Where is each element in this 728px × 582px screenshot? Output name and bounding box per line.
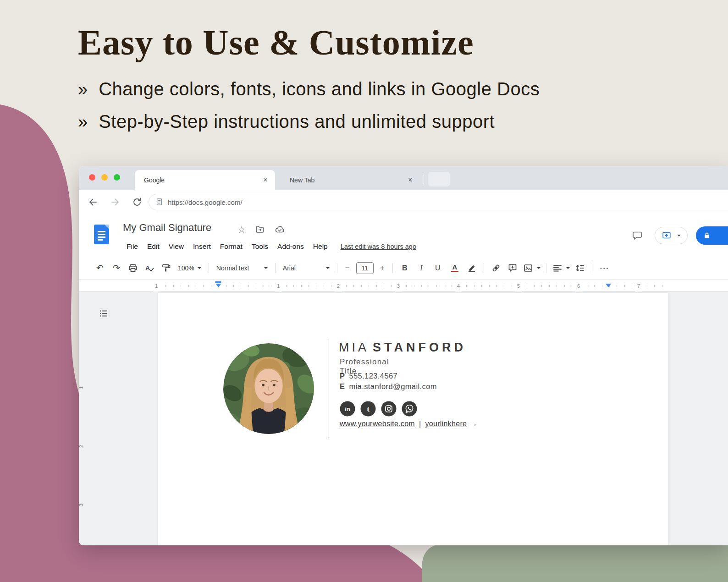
lock-icon bbox=[702, 231, 712, 241]
reload-icon bbox=[132, 197, 143, 208]
hero-bullet-1: » Change colors, fonts, icons and links … bbox=[78, 79, 540, 99]
window-zoom-button[interactable] bbox=[114, 174, 120, 181]
more-options-button[interactable]: ⋯ bbox=[596, 260, 612, 276]
italic-button[interactable]: I bbox=[413, 260, 430, 276]
ruler-number: 3 bbox=[395, 280, 402, 291]
menu-addons[interactable]: Add-ons bbox=[273, 241, 309, 252]
menu-tools[interactable]: Tools bbox=[247, 241, 273, 252]
instagram-icon[interactable] bbox=[381, 401, 397, 417]
dropdown-caret-icon bbox=[198, 267, 201, 269]
signature-email: Emia.stanford@gmail.com bbox=[340, 382, 437, 391]
window-minimize-button[interactable] bbox=[101, 174, 108, 181]
document-title[interactable]: My Gmail Signature bbox=[123, 222, 211, 234]
dropdown-caret-icon bbox=[677, 235, 681, 236]
comment-bubble-icon bbox=[632, 230, 643, 241]
tumblr-icon[interactable]: t bbox=[360, 401, 376, 417]
cloud-saved-icon[interactable] bbox=[274, 224, 285, 235]
google-docs-icon[interactable] bbox=[94, 225, 109, 244]
spellcheck-button[interactable]: A bbox=[141, 260, 158, 276]
horizontal-ruler[interactable]: 1 1 2 3 4 5 6 7 bbox=[79, 280, 728, 291]
font-family-select[interactable]: Arial bbox=[279, 260, 333, 276]
move-folder-icon[interactable] bbox=[255, 225, 265, 235]
menu-edit[interactable]: Edit bbox=[143, 241, 164, 252]
back-button[interactable] bbox=[87, 196, 99, 208]
present-button[interactable] bbox=[655, 227, 688, 244]
image-icon bbox=[523, 263, 534, 274]
more-icon: ⋯ bbox=[600, 264, 609, 273]
menu-view[interactable]: View bbox=[164, 241, 188, 252]
ruler-number: 1 bbox=[153, 280, 160, 291]
open-comments-button[interactable] bbox=[628, 226, 646, 245]
arrow-icon: → bbox=[470, 420, 477, 428]
last-edit-link[interactable]: Last edit was 8 hours ago bbox=[341, 243, 416, 250]
paragraph-style-value: Normal text bbox=[216, 264, 249, 272]
tab-close-icon[interactable]: × bbox=[263, 176, 268, 185]
tab-close-icon[interactable]: × bbox=[408, 176, 413, 185]
highlight-button[interactable] bbox=[463, 260, 480, 276]
menu-format[interactable]: Format bbox=[215, 241, 247, 252]
linkedin-icon[interactable]: in bbox=[340, 401, 355, 417]
right-indent-marker[interactable] bbox=[606, 284, 611, 287]
menu-file[interactable]: File bbox=[122, 241, 143, 252]
address-bar[interactable]: https://docs.google.com/ bbox=[149, 194, 728, 210]
website-link[interactable]: www.yourwebsite.com bbox=[340, 420, 415, 428]
tab-label: New Tab bbox=[290, 176, 408, 184]
window-close-button[interactable] bbox=[89, 174, 95, 181]
your-link[interactable]: yourlinkhere bbox=[425, 420, 467, 428]
redo-button[interactable]: ↷ bbox=[108, 260, 125, 276]
link-icon bbox=[491, 263, 502, 274]
present-icon bbox=[662, 231, 672, 241]
ruler-ticks bbox=[158, 285, 669, 287]
font-size-input[interactable]: 11 bbox=[356, 262, 374, 274]
tab-label: Google bbox=[144, 176, 263, 184]
insert-link-button[interactable] bbox=[488, 260, 504, 276]
ruler-number: 7 bbox=[635, 280, 642, 291]
phone-label: P bbox=[340, 372, 345, 380]
paint-format-button[interactable] bbox=[158, 260, 174, 276]
signature-name: MIASTANFORD bbox=[339, 340, 466, 355]
ruler-number: 2 bbox=[335, 280, 342, 291]
share-button[interactable] bbox=[696, 226, 728, 245]
whatsapp-icon[interactable] bbox=[402, 401, 417, 417]
docs-menubar: File Edit View Insert Format Tools Add-o… bbox=[122, 241, 416, 252]
print-button[interactable] bbox=[125, 260, 141, 276]
star-icon[interactable]: ☆ bbox=[237, 224, 246, 235]
document-page[interactable]: MIASTANFORD Professional Title P555.123.… bbox=[158, 293, 668, 545]
phone-number: 555.123.4567 bbox=[349, 372, 397, 380]
menu-insert[interactable]: Insert bbox=[188, 241, 215, 252]
line-spacing-button[interactable] bbox=[572, 260, 588, 276]
email-label: E bbox=[340, 382, 345, 390]
align-button[interactable] bbox=[550, 260, 572, 276]
left-indent-marker[interactable] bbox=[215, 281, 221, 287]
show-outline-button[interactable] bbox=[97, 307, 110, 320]
text-color-button[interactable]: A bbox=[446, 260, 463, 276]
browser-tab-strip: Google × New Tab × bbox=[79, 166, 728, 190]
svg-text:t: t bbox=[367, 405, 370, 413]
tab-divider bbox=[423, 174, 423, 185]
browser-window: Google × New Tab × bbox=[79, 166, 728, 545]
forward-button[interactable] bbox=[109, 196, 121, 208]
dropdown-caret-icon bbox=[537, 267, 540, 269]
docs-header: My Gmail Signature ☆ File Edit View Inse… bbox=[79, 214, 728, 257]
tab-new-tab[interactable]: New Tab × bbox=[280, 170, 420, 190]
dropdown-caret-icon bbox=[326, 267, 330, 269]
decrease-font-button[interactable]: − bbox=[341, 260, 354, 276]
email-address: mia.stanford@gmail.com bbox=[349, 382, 437, 390]
menu-help[interactable]: Help bbox=[309, 241, 332, 252]
undo-button[interactable]: ↶ bbox=[92, 260, 108, 276]
zoom-select[interactable]: 100% bbox=[174, 260, 205, 276]
insert-image-button[interactable] bbox=[521, 260, 542, 276]
new-tab-button[interactable] bbox=[428, 172, 450, 187]
svg-text:in: in bbox=[345, 406, 350, 412]
bold-button[interactable]: B bbox=[397, 260, 413, 276]
minus-icon: − bbox=[345, 264, 350, 272]
paragraph-style-select[interactable]: Normal text bbox=[213, 260, 271, 276]
social-icons-row: in t bbox=[340, 401, 417, 417]
underline-button[interactable]: U bbox=[430, 260, 446, 276]
reload-button[interactable] bbox=[131, 196, 143, 208]
font-family-value: Arial bbox=[283, 264, 296, 272]
add-comment-button[interactable] bbox=[504, 260, 521, 276]
tab-google[interactable]: Google × bbox=[135, 170, 275, 190]
increase-font-button[interactable]: + bbox=[376, 260, 389, 276]
page-icon bbox=[155, 198, 164, 207]
